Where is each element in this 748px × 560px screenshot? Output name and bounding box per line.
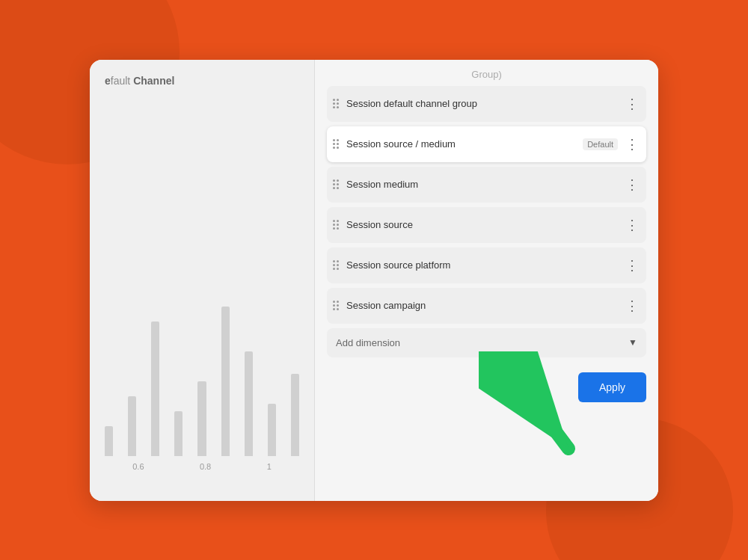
chart-title-prefix: e	[105, 75, 111, 87]
chart-bar	[197, 381, 206, 456]
dimension-label-3: Session medium	[346, 179, 624, 190]
more-options-icon-1[interactable]: ⋮	[624, 96, 640, 112]
chart-bar	[174, 411, 183, 456]
chart-bar	[291, 374, 299, 456]
dimension-item-session-source[interactable]: Session source ⋮	[327, 207, 646, 243]
drag-handle-icon	[333, 301, 339, 310]
dimension-badge-2: Default	[583, 138, 618, 150]
chart-bars-container	[105, 232, 299, 456]
chart-x-label-1: 0.6	[132, 462, 144, 471]
left-panel-chart: efault Channel 0.6 0.8 1	[90, 60, 314, 501]
more-options-icon-5[interactable]: ⋮	[624, 257, 640, 274]
right-panel-dimensions: Group) Session default channel group ⋮ S…	[315, 60, 658, 501]
add-dimension-label: Add dimension	[336, 337, 628, 348]
chart-x-labels: 0.6 0.8 1	[105, 462, 299, 471]
dimension-item-session-default-channel[interactable]: Session default channel group ⋮	[327, 86, 646, 122]
chart-title-highlight: Channel	[133, 75, 174, 87]
dimension-label-2: Session source / medium	[346, 138, 583, 150]
main-card: efault Channel 0.6 0.8 1 Group)	[90, 60, 658, 501]
dimension-label-5: Session source platform	[346, 259, 624, 271]
drag-handle-icon	[333, 139, 339, 149]
dimension-item-session-source-medium[interactable]: Session source / medium Default ⋮	[327, 126, 646, 162]
drag-handle-icon	[333, 99, 339, 108]
chart-bar	[268, 404, 276, 456]
dimension-label-1: Session default channel group	[346, 98, 624, 109]
chart-bar	[128, 396, 136, 456]
dimension-item-session-medium[interactable]: Session medium ⋮	[327, 167, 646, 203]
chart-bar	[105, 426, 113, 456]
bottom-bar: Apply	[327, 366, 646, 402]
drag-handle-icon	[333, 179, 339, 189]
chart-bar	[151, 321, 159, 456]
dimension-item-session-campaign[interactable]: Session campaign ⋮	[327, 288, 646, 324]
drag-handle-icon	[333, 260, 339, 270]
dimension-label-4: Session source	[346, 219, 624, 230]
more-options-icon-2[interactable]: ⋮	[624, 136, 640, 153]
chart-x-label-3: 1	[267, 462, 272, 471]
dimension-label-6: Session campaign	[346, 300, 624, 311]
chart-title: efault Channel	[105, 75, 174, 87]
more-options-icon-4[interactable]: ⋮	[624, 217, 640, 233]
chart-x-label-2: 0.8	[200, 462, 211, 471]
apply-button[interactable]: Apply	[578, 372, 646, 402]
drag-handle-icon	[333, 220, 339, 230]
more-options-icon-6[interactable]: ⋮	[624, 298, 640, 314]
group-header: Group)	[327, 60, 646, 86]
add-dimension-dropdown[interactable]: Add dimension ▼	[327, 328, 646, 357]
more-options-icon-3[interactable]: ⋮	[624, 176, 640, 193]
dimension-item-session-source-platform[interactable]: Session source platform ⋮	[327, 247, 646, 283]
chart-bar	[245, 351, 253, 456]
chart-bar	[221, 307, 230, 456]
dropdown-arrow-icon: ▼	[628, 337, 637, 348]
